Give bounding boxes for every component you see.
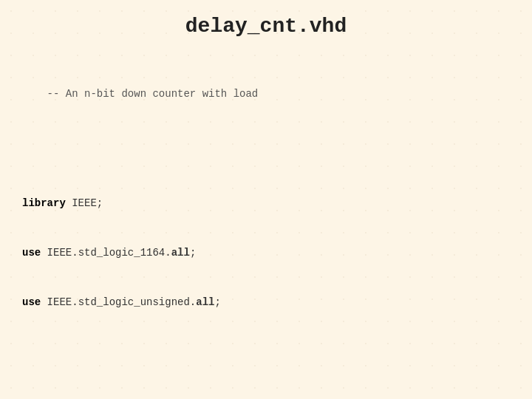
use-keyword-2: use <box>22 296 41 308</box>
page-container: delay_cnt.vhd -- An n-bit down counter w… <box>0 0 532 399</box>
library-line: library IEEE; <box>22 195 510 211</box>
use-rest-1: IEEE.std_logic_1164.all; <box>41 247 196 259</box>
comment-line: -- An n-bit down counter with load <box>47 88 259 100</box>
use-line-2: use IEEE.std_logic_unsigned.all; <box>22 294 510 310</box>
use-line-1: use IEEE.std_logic_1164.all; <box>22 245 510 261</box>
library-rest: IEEE; <box>66 197 103 209</box>
use-rest-2: IEEE.std_logic_unsigned.all; <box>41 296 221 308</box>
code-block: -- An n-bit down counter with load libra… <box>22 52 510 399</box>
use-keyword-1: use <box>22 247 41 259</box>
page-title: delay_cnt.vhd <box>22 15 510 38</box>
library-keyword: library <box>22 197 66 209</box>
